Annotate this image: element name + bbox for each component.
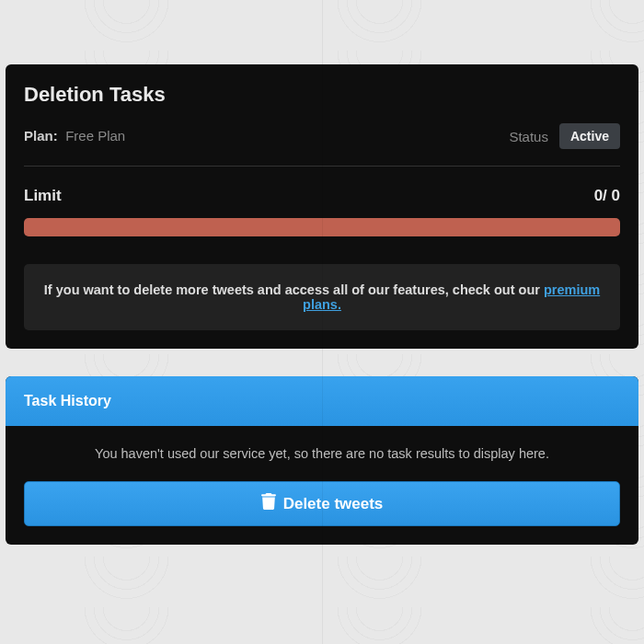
delete-tweets-label: Delete tweets xyxy=(283,495,384,513)
delete-tweets-button[interactable]: Delete tweets xyxy=(24,481,620,526)
status-badge: Active xyxy=(559,123,620,149)
status-label: Status xyxy=(509,129,548,144)
task-history-body: You haven't used our service yet, so the… xyxy=(6,426,638,545)
deletion-tasks-title: Deletion Tasks xyxy=(24,83,620,107)
limit-progress-bar xyxy=(24,218,620,236)
upsell-box: If you want to delete more tweets and ac… xyxy=(24,264,620,330)
plan-info: Plan: Free Plan xyxy=(24,128,125,144)
task-history-title: Task History xyxy=(24,393,620,409)
task-history-empty-text: You haven't used our service yet, so the… xyxy=(24,446,620,461)
task-history-header: Task History xyxy=(6,376,638,426)
deletion-tasks-card: Deletion Tasks Plan: Free Plan Status Ac… xyxy=(6,64,638,349)
task-history-card: Task History You haven't used our servic… xyxy=(6,376,638,545)
upsell-text: If you want to delete more tweets and ac… xyxy=(44,282,544,297)
plan-value: Free Plan xyxy=(65,128,125,144)
status-group: Status Active xyxy=(509,123,620,149)
limit-label: Limit xyxy=(24,187,62,205)
limit-row: Limit 0/ 0 xyxy=(24,187,620,205)
limit-value: 0/ 0 xyxy=(594,187,620,205)
plan-status-row: Plan: Free Plan Status Active xyxy=(24,123,620,167)
plan-label: Plan: xyxy=(24,128,58,144)
trash-icon xyxy=(261,493,276,514)
